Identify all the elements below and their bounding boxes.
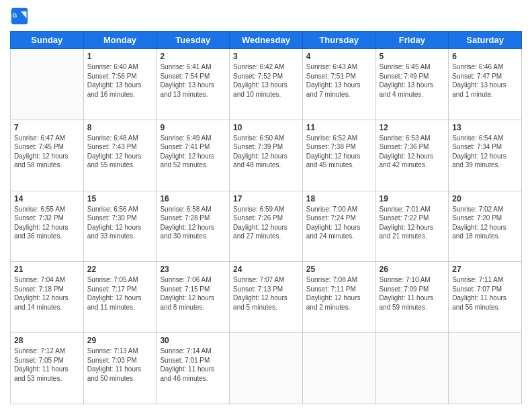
day-number: 26 [380,265,445,274]
calendar-cell: 17Sunrise: 6:59 AMSunset: 7:26 PMDayligh… [230,191,303,262]
calendar-cell [302,333,375,404]
cell-details: Sunrise: 6:58 AMSunset: 7:28 PMDaylight:… [160,205,226,241]
day-number: 10 [233,123,299,132]
cell-details: Sunrise: 7:02 AMSunset: 7:20 PMDaylight:… [452,205,518,241]
calendar-cell: 20Sunrise: 7:02 AMSunset: 7:20 PMDayligh… [449,191,522,262]
cell-details: Sunrise: 7:12 AMSunset: 7:05 PMDaylight:… [14,347,80,383]
calendar-cell: 5Sunrise: 6:45 AMSunset: 7:49 PMDaylight… [375,49,449,120]
cell-details: Sunrise: 7:14 AMSunset: 7:01 PMDaylight:… [160,347,226,383]
calendar-cell: 13Sunrise: 6:54 AMSunset: 7:34 PMDayligh… [449,120,522,191]
page-container: G SundayMondayTuesdayWednesdayThursdayFr… [0,0,532,411]
day-number: 29 [87,336,153,345]
day-number: 18 [306,194,372,203]
cell-details: Sunrise: 6:47 AMSunset: 7:45 PMDaylight:… [14,134,80,170]
cell-details: Sunrise: 6:48 AMSunset: 7:43 PMDaylight:… [87,134,153,170]
calendar-cell: 21Sunrise: 7:04 AMSunset: 7:18 PMDayligh… [11,262,84,333]
day-number: 15 [87,194,153,203]
calendar-header-row: SundayMondayTuesdayWednesdayThursdayFrid… [11,32,522,49]
calendar-cell: 10Sunrise: 6:50 AMSunset: 7:39 PMDayligh… [230,120,303,191]
calendar-cell: 25Sunrise: 7:08 AMSunset: 7:11 PMDayligh… [302,262,375,333]
day-number: 30 [160,336,226,345]
calendar-cell: 11Sunrise: 6:52 AMSunset: 7:38 PMDayligh… [302,120,375,191]
calendar-cell: 29Sunrise: 7:13 AMSunset: 7:03 PMDayligh… [83,333,157,404]
day-number: 20 [452,194,518,203]
day-number: 9 [160,123,226,132]
calendar-cell: 4Sunrise: 6:43 AMSunset: 7:51 PMDaylight… [302,49,375,120]
calendar-col-saturday: Saturday [449,32,522,49]
day-number: 3 [233,52,299,61]
cell-details: Sunrise: 6:40 AMSunset: 7:56 PMDaylight:… [87,62,153,99]
calendar-cell: 14Sunrise: 6:55 AMSunset: 7:32 PMDayligh… [11,191,84,262]
cell-details: Sunrise: 6:56 AMSunset: 7:30 PMDaylight:… [87,205,153,241]
calendar-cell [11,49,84,120]
cell-details: Sunrise: 6:54 AMSunset: 7:34 PMDaylight:… [452,134,518,170]
calendar-cell: 30Sunrise: 7:14 AMSunset: 7:01 PMDayligh… [157,333,230,404]
day-number: 16 [160,194,226,203]
day-number: 6 [452,52,518,61]
cell-details: Sunrise: 7:11 AMSunset: 7:07 PMDaylight:… [452,275,518,312]
calendar-cell: 3Sunrise: 6:42 AMSunset: 7:52 PMDaylight… [230,49,303,120]
svg-text:G: G [13,12,17,19]
day-number: 23 [160,265,226,274]
calendar-cell: 1Sunrise: 6:40 AMSunset: 7:56 PMDaylight… [83,49,157,120]
calendar-cell: 19Sunrise: 7:01 AMSunset: 7:22 PMDayligh… [375,191,449,262]
calendar-cell: 8Sunrise: 6:48 AMSunset: 7:43 PMDaylight… [83,120,157,191]
cell-details: Sunrise: 7:10 AMSunset: 7:09 PMDaylight:… [380,275,445,312]
day-number: 17 [233,194,299,203]
calendar-cell: 9Sunrise: 6:49 AMSunset: 7:41 PMDaylight… [157,120,230,191]
day-number: 19 [380,194,445,203]
cell-details: Sunrise: 7:05 AMSunset: 7:17 PMDaylight:… [87,275,153,312]
calendar-cell [230,333,303,404]
calendar-col-sunday: Sunday [11,32,84,49]
calendar-cell: 23Sunrise: 7:06 AMSunset: 7:15 PMDayligh… [157,262,230,333]
cell-details: Sunrise: 6:46 AMSunset: 7:47 PMDaylight:… [452,62,518,99]
day-number: 12 [380,123,445,132]
header: G [10,7,522,26]
calendar-cell: 26Sunrise: 7:10 AMSunset: 7:09 PMDayligh… [375,262,449,333]
calendar-col-thursday: Thursday [302,32,375,49]
day-number: 28 [14,336,80,345]
logo-icon: G [10,7,29,26]
cell-details: Sunrise: 7:07 AMSunset: 7:13 PMDaylight:… [233,275,299,312]
day-number: 22 [87,265,153,274]
calendar-cell [375,333,449,404]
day-number: 8 [87,123,153,132]
day-number: 13 [452,123,518,132]
calendar-cell: 2Sunrise: 6:41 AMSunset: 7:54 PMDaylight… [157,49,230,120]
day-number: 21 [14,265,80,274]
calendar-col-wednesday: Wednesday [230,32,303,49]
cell-details: Sunrise: 6:55 AMSunset: 7:32 PMDaylight:… [14,205,80,241]
cell-details: Sunrise: 7:00 AMSunset: 7:24 PMDaylight:… [306,205,372,241]
day-number: 1 [87,52,153,61]
calendar-cell: 27Sunrise: 7:11 AMSunset: 7:07 PMDayligh… [449,262,522,333]
cell-details: Sunrise: 7:13 AMSunset: 7:03 PMDaylight:… [87,347,153,383]
calendar-cell: 28Sunrise: 7:12 AMSunset: 7:05 PMDayligh… [11,333,84,404]
day-number: 24 [233,265,299,274]
calendar-col-friday: Friday [375,32,449,49]
day-number: 5 [380,52,445,61]
day-number: 14 [14,194,80,203]
cell-details: Sunrise: 7:04 AMSunset: 7:18 PMDaylight:… [14,275,80,312]
calendar-cell [449,333,522,404]
cell-details: Sunrise: 7:06 AMSunset: 7:15 PMDaylight:… [160,275,226,312]
cell-details: Sunrise: 6:50 AMSunset: 7:39 PMDaylight:… [233,134,299,170]
calendar-cell: 18Sunrise: 7:00 AMSunset: 7:24 PMDayligh… [302,191,375,262]
day-number: 11 [306,123,372,132]
calendar-cell: 12Sunrise: 6:53 AMSunset: 7:36 PMDayligh… [375,120,449,191]
logo: G [10,7,32,26]
cell-details: Sunrise: 6:52 AMSunset: 7:38 PMDaylight:… [306,134,372,170]
calendar-table: SundayMondayTuesdayWednesdayThursdayFrid… [10,31,522,404]
day-number: 4 [306,52,372,61]
cell-details: Sunrise: 6:43 AMSunset: 7:51 PMDaylight:… [306,62,372,99]
day-number: 7 [14,123,80,132]
cell-details: Sunrise: 6:53 AMSunset: 7:36 PMDaylight:… [380,134,445,170]
cell-details: Sunrise: 7:08 AMSunset: 7:11 PMDaylight:… [306,275,372,312]
calendar-cell: 24Sunrise: 7:07 AMSunset: 7:13 PMDayligh… [230,262,303,333]
calendar-cell: 15Sunrise: 6:56 AMSunset: 7:30 PMDayligh… [83,191,157,262]
cell-details: Sunrise: 7:01 AMSunset: 7:22 PMDaylight:… [380,205,445,241]
cell-details: Sunrise: 6:42 AMSunset: 7:52 PMDaylight:… [233,62,299,99]
cell-details: Sunrise: 6:49 AMSunset: 7:41 PMDaylight:… [160,134,226,170]
calendar-cell: 6Sunrise: 6:46 AMSunset: 7:47 PMDaylight… [449,49,522,120]
cell-details: Sunrise: 6:45 AMSunset: 7:49 PMDaylight:… [380,62,445,99]
calendar-week-5: 28Sunrise: 7:12 AMSunset: 7:05 PMDayligh… [11,333,522,404]
